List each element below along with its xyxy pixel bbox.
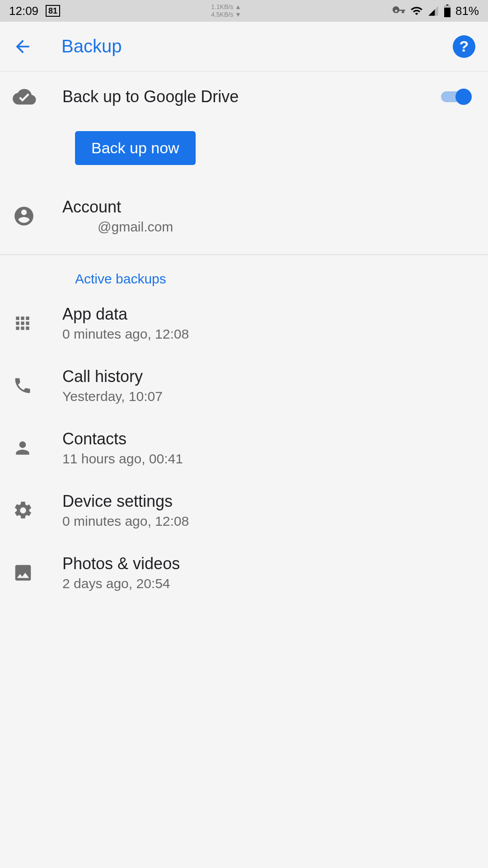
image-icon: [13, 562, 62, 583]
status-date-badge: 81: [46, 5, 60, 17]
apps-icon: [13, 313, 62, 333]
backup-to-drive-label: Back up to Google Drive: [62, 87, 441, 106]
vpn-key-icon: [392, 4, 406, 18]
account-row[interactable]: Account @gmail.com: [0, 185, 488, 255]
backup-item-device-settings[interactable]: Device settings 0 minutes ago, 12:08: [0, 479, 488, 542]
signal-icon: [427, 5, 439, 17]
help-icon: ?: [460, 38, 469, 55]
status-battery-percent: 81%: [455, 4, 479, 18]
backup-now-button[interactable]: Back up now: [75, 131, 196, 165]
account-email: @gmail.com: [62, 219, 475, 235]
cloud-done-icon: [13, 85, 62, 108]
phone-icon: [13, 376, 62, 396]
page-title: Backup: [45, 36, 453, 57]
gear-icon: [13, 500, 62, 521]
svg-rect-2: [444, 8, 450, 17]
account-circle-icon: [13, 205, 62, 227]
backup-item-call-history[interactable]: Call history Yesterday, 10:07: [0, 354, 488, 417]
backup-item-subtitle: 2 days ago, 20:54: [62, 576, 475, 591]
active-backups-header: Active backups: [0, 255, 488, 292]
wifi-icon: [410, 5, 423, 17]
status-clock: 12:09: [9, 4, 38, 18]
backup-to-drive-toggle[interactable]: [441, 89, 472, 105]
backup-item-title: App data: [62, 305, 475, 324]
app-bar: Backup ?: [0, 22, 488, 71]
backup-item-subtitle: Yesterday, 10:07: [62, 389, 475, 404]
account-label: Account: [62, 198, 475, 217]
backup-to-drive-row[interactable]: Back up to Google Drive: [0, 71, 488, 122]
backup-item-subtitle: 0 minutes ago, 12:08: [62, 326, 475, 342]
person-icon: [13, 438, 62, 458]
backup-item-app-data[interactable]: App data 0 minutes ago, 12:08: [0, 292, 488, 354]
back-button[interactable]: [13, 37, 45, 57]
backup-item-title: Call history: [62, 367, 475, 386]
status-bar: 12:09 81 1.1KB/s ▲ 4.5KB/s ▼ 81%: [0, 0, 488, 22]
backup-item-contacts[interactable]: Contacts 11 hours ago, 00:41: [0, 417, 488, 479]
backup-item-title: Photos & videos: [62, 554, 475, 573]
backup-item-subtitle: 11 hours ago, 00:41: [62, 451, 475, 467]
battery-icon: [444, 5, 451, 17]
backup-item-subtitle: 0 minutes ago, 12:08: [62, 514, 475, 529]
svg-rect-0: [446, 5, 449, 5]
status-network-speed: 1.1KB/s ▲ 4.5KB/s ▼: [60, 3, 392, 19]
backup-item-title: Contacts: [62, 429, 475, 448]
backup-item-photos-videos[interactable]: Photos & videos 2 days ago, 20:54: [0, 542, 488, 604]
backup-item-title: Device settings: [62, 492, 475, 511]
help-button[interactable]: ?: [453, 35, 475, 58]
